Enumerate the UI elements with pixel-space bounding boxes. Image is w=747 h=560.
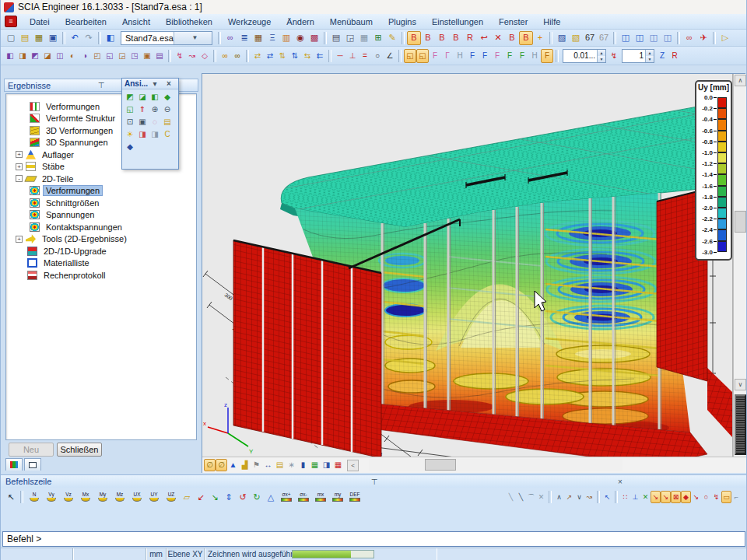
close-button[interactable]: Schließen	[57, 443, 102, 457]
region-tool-icon[interactable]: ◇	[198, 49, 211, 63]
layer-fs-icon[interactable]: F	[479, 49, 491, 63]
mesh-display-icon[interactable]: ▦	[332, 459, 344, 471]
result-my-icon[interactable]: My	[94, 490, 111, 504]
support-y-icon[interactable]: ↘	[208, 490, 222, 504]
plane-snap-icon[interactable]: ▭	[721, 491, 731, 503]
new-button[interactable]: Neu	[9, 443, 54, 457]
layer-fg1-icon[interactable]: F	[503, 49, 516, 63]
moment-mx-icon[interactable]: mx	[312, 490, 329, 504]
project-dropdown[interactable]: Stand7a.esa ▼	[121, 31, 212, 45]
model-3d-scene[interactable]: 300 1500 298 3042 400 1500 188	[202, 74, 733, 457]
command-input[interactable]: Befehl >	[2, 531, 745, 547]
link-update-icon[interactable]: ∞	[223, 31, 237, 45]
scroll-down-icon[interactable]: ∨	[735, 379, 746, 390]
tab-layers[interactable]	[24, 458, 41, 471]
view-toolbar[interactable]: Ansi... ▾ × ◩◪◧◆◱⇑⊕⊖⊡▣◌▤☀◨◨C◆	[121, 78, 179, 170]
view-x-icon[interactable]: ◩	[124, 91, 136, 103]
support-z-icon[interactable]: ⇕	[222, 490, 236, 504]
layer-fp-icon[interactable]: F	[491, 49, 503, 63]
line-tool-icon[interactable]: ─	[334, 49, 346, 63]
layer-fg2-icon[interactable]: F	[516, 49, 528, 63]
undo-icon[interactable]: ↶	[68, 31, 82, 45]
select-zero-icon[interactable]: B	[519, 31, 533, 45]
result-vz-icon[interactable]: Vz	[60, 490, 77, 504]
snap-direction-icon[interactable]: ↗	[564, 491, 574, 503]
rotate-view-icon[interactable]: ⇑	[136, 103, 149, 116]
snap-zigzag-icon[interactable]: ↯	[711, 491, 721, 503]
snap-line-icon[interactable]: ╲	[506, 491, 516, 503]
tree-item[interactable]: Rechenprotokoll	[6, 269, 196, 282]
dropdown-arrow-icon[interactable]: ▼	[174, 32, 212, 44]
view-z-icon[interactable]: ◧	[149, 91, 161, 103]
vertical-scrollbar[interactable]: ∧ ∨	[733, 74, 746, 457]
menu-bearbeiten[interactable]: Bearbeiten	[58, 16, 114, 28]
tree-item[interactable]: Verformungen	[6, 185, 196, 198]
filter-off-icon[interactable]: 67	[597, 31, 611, 45]
dimension-toggle-icon[interactable]: ↔	[262, 459, 274, 471]
document-edit-icon[interactable]: ✎	[385, 31, 399, 45]
menu-ansicht[interactable]: Ansicht	[114, 16, 158, 28]
snap-node-icon[interactable]: ◆	[681, 491, 691, 503]
gallery-icon[interactable]: ▩	[307, 31, 321, 45]
tree-expander-icon[interactable]: +	[16, 151, 23, 158]
results-diagram-icon[interactable]: ▟	[239, 459, 251, 471]
ruler-icon[interactable]: R	[668, 49, 681, 63]
select-polyline-icon[interactable]: R	[463, 31, 477, 45]
horizontal-scrollbar[interactable]	[369, 459, 622, 471]
layer-h2-icon[interactable]: H	[528, 49, 541, 63]
node-pair-icon[interactable]: ∞	[219, 49, 231, 63]
snap-curve-icon[interactable]: ↝	[584, 491, 594, 503]
tree-item[interactable]: Spannungen	[6, 209, 196, 222]
rotation-y-icon[interactable]: ↻	[250, 490, 264, 504]
tree-expander-icon[interactable]: +	[16, 163, 23, 170]
xml-io-icon[interactable]: Ξ	[265, 31, 279, 45]
select-move-icon[interactable]: B	[505, 31, 519, 45]
menu-plugins[interactable]: Plugins	[381, 16, 424, 28]
snap-line-2-icon[interactable]: ╲	[516, 491, 526, 503]
bezier-tool-icon[interactable]: ↝	[186, 49, 198, 63]
move-nodes-icon[interactable]: ⇄	[251, 49, 264, 63]
display-results-icon[interactable]: ▤	[153, 49, 166, 63]
clipboard-icon[interactable]: ▥	[279, 31, 293, 45]
layer-f3-icon[interactable]: F	[429, 49, 441, 63]
menu-einstellungen[interactable]: Einstellungen	[424, 16, 491, 28]
fly-mode-icon[interactable]: ✈	[696, 31, 710, 45]
zoom-in-icon[interactable]: ⊕	[149, 103, 161, 116]
select-rotate-icon[interactable]: B	[421, 31, 435, 45]
open-project-icon[interactable]: ▤	[18, 31, 32, 45]
close-icon[interactable]: ×	[162, 79, 176, 88]
display-mesh-icon[interactable]: ▣	[141, 49, 153, 63]
grid-step-spinner[interactable]: 0.01...▲▼	[563, 49, 606, 63]
scia-logo-icon[interactable]: ≡	[5, 16, 17, 27]
rotation-x-icon[interactable]: ↺	[236, 490, 250, 504]
layers-icon[interactable]: ≣	[237, 31, 251, 45]
display-loads-icon[interactable]: ◱	[103, 49, 116, 63]
stereo-view-icon[interactable]: ∞	[682, 31, 696, 45]
stress-sx-minus-icon[interactable]: σx-	[295, 490, 312, 504]
support-x-icon[interactable]: ↙	[194, 490, 208, 504]
tree-item[interactable]: 2D-/1D-Upgrade	[6, 245, 196, 257]
ortho-icon[interactable]: ⊥	[630, 491, 640, 503]
zoom-selection-icon[interactable]: ◌	[149, 116, 161, 128]
layer-h1-icon[interactable]: H	[454, 49, 466, 63]
picture-folder-icon[interactable]: ▧	[569, 31, 583, 45]
tree-expander-icon[interactable]: -	[16, 175, 23, 182]
snap-endpoint-icon[interactable]: ↘	[651, 491, 661, 503]
snap-center-icon[interactable]: ○	[701, 491, 711, 503]
window-split-icon[interactable]: ◫	[647, 31, 661, 45]
plane-result-icon[interactable]: ▱	[180, 490, 194, 504]
result-mz-icon[interactable]: Mz	[111, 490, 128, 504]
move-members-icon[interactable]: ⇅	[276, 49, 289, 63]
shading-toggle-icon[interactable]: ∅	[204, 459, 216, 471]
scroll-up-icon[interactable]: ∧	[735, 75, 746, 86]
print-icon[interactable]: ▤	[329, 31, 343, 45]
zoom-all-icon[interactable]: ▣	[136, 116, 149, 128]
display-supports-icon[interactable]: ◰	[91, 49, 103, 63]
layer-f1-icon[interactable]: ◱	[404, 49, 416, 63]
polyline-tool-icon[interactable]: ↯	[174, 49, 186, 63]
layer-f2-icon[interactable]: ◱	[416, 49, 429, 63]
angle-tool-icon[interactable]: ∠	[384, 49, 396, 63]
menu-fenster[interactable]: Fenster	[491, 16, 535, 28]
stress-sx-plus-icon[interactable]: σx+	[278, 490, 295, 504]
scale-spinner[interactable]: 1▲▼	[622, 49, 654, 63]
